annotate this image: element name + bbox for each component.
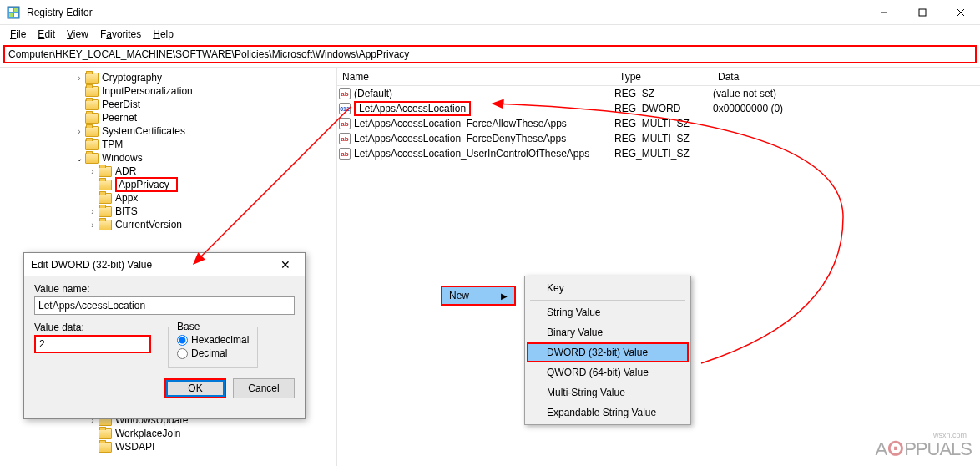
tree-item[interactable]: AppPrivacy: [0, 178, 336, 191]
close-button[interactable]: [942, 0, 980, 25]
tree-item-label: Peernet: [102, 112, 137, 124]
titlebar: Registry Editor: [0, 0, 980, 25]
tree-item[interactable]: ⌄Windows: [0, 151, 336, 165]
radio-hex-input[interactable]: [177, 335, 188, 346]
tree-item-label: InputPersonalization: [102, 85, 193, 97]
value-data-input[interactable]: [34, 335, 151, 353]
tree-item[interactable]: ›Cryptography: [0, 71, 336, 84]
dialog-close-button[interactable]: ✕: [273, 258, 298, 271]
menu-item[interactable]: Expandable String Value: [527, 403, 689, 423]
value-name-input[interactable]: [34, 296, 295, 315]
tree-item-label: Cryptography: [102, 72, 162, 84]
menu-item[interactable]: QWORD (64-bit) Value: [527, 362, 689, 382]
tree-item-label: WSDAPI: [115, 441, 154, 453]
tree-item-label: TPM: [102, 139, 123, 150]
dialog-title-text: Edit DWORD (32-bit) Value: [31, 259, 273, 271]
menu-item[interactable]: DWORD (32-bit) Value: [527, 342, 689, 362]
folder-icon: [85, 99, 99, 110]
svg-rect-2: [14, 8, 18, 12]
base-group: Base Hexadecimal Decimal: [168, 327, 258, 368]
expand-icon[interactable]: ›: [87, 220, 99, 230]
folder-icon: [85, 139, 99, 150]
radio-hex[interactable]: Hexadecimal: [177, 334, 249, 346]
value-name: LetAppsAccessLocation_ForceDenyTheseApps: [354, 133, 566, 144]
menu-view[interactable]: View: [62, 27, 93, 42]
tree-item[interactable]: WorkplaceJoin: [0, 427, 336, 440]
menubar: File Edit View Favorites Help: [0, 25, 980, 43]
expand-icon[interactable]: ›: [87, 207, 99, 216]
menu-item[interactable]: String Value: [527, 302, 689, 322]
col-header-type[interactable]: Type: [614, 71, 713, 83]
menu-file[interactable]: File: [5, 27, 31, 42]
menu-item[interactable]: Multi-String Value: [527, 382, 689, 403]
tree-item[interactable]: Peernet: [0, 111, 336, 124]
value-name: LetAppsAccessLocation_UserInControlOfThe…: [354, 148, 589, 160]
minimize-button[interactable]: [865, 0, 903, 25]
value-data: (value not set): [713, 88, 980, 99]
folder-icon: [99, 428, 112, 439]
expand-icon[interactable]: ›: [87, 167, 99, 176]
tree-item[interactable]: ›SystemCertificates: [0, 124, 336, 138]
expand-icon[interactable]: ›: [73, 73, 85, 83]
radio-dec[interactable]: Decimal: [177, 347, 249, 359]
tree-item-label: WorkplaceJoin: [115, 428, 180, 439]
string-icon: ab: [339, 118, 351, 129]
folder-icon: [85, 153, 99, 164]
tree-item[interactable]: ›CurrentVersion: [0, 218, 336, 231]
base-legend: Base: [174, 321, 203, 332]
dialog-titlebar[interactable]: Edit DWORD (32-bit) Value ✕: [24, 253, 305, 276]
regedit-icon: [7, 6, 20, 19]
radio-dec-input[interactable]: [177, 348, 188, 359]
watermark: A⊙PPUALS: [875, 435, 972, 461]
menu-item[interactable]: Key: [527, 278, 689, 298]
tree-item[interactable]: WSDAPI: [0, 440, 336, 453]
tree-item[interactable]: ›ADR: [0, 165, 336, 178]
col-header-data[interactable]: Data: [713, 71, 980, 83]
value-data-label: Value data:: [34, 322, 151, 333]
value-row[interactable]: abLetAppsAccessLocation_ForceAllowTheseA…: [337, 116, 980, 131]
maximize-button[interactable]: [903, 0, 942, 25]
value-row[interactable]: ab(Default)REG_SZ(value not set): [337, 86, 980, 101]
svg-rect-6: [919, 9, 926, 16]
menu-help[interactable]: Help: [148, 27, 179, 42]
tree-item[interactable]: Appx: [0, 191, 336, 205]
value-row[interactable]: 011LetAppsAccessLocationREG_DWORD0x00000…: [337, 101, 980, 116]
ok-button[interactable]: OK: [164, 378, 226, 398]
folder-icon: [99, 220, 112, 230]
col-header-name[interactable]: Name: [337, 71, 614, 83]
tree-item-label: AppPrivacy: [115, 177, 178, 192]
tree-item-label: PeerDist: [102, 99, 140, 110]
svg-rect-4: [14, 13, 18, 17]
svg-rect-3: [9, 13, 13, 17]
tree-item-label: BITS: [115, 205, 138, 217]
string-icon: ab: [339, 148, 351, 160]
menu-edit[interactable]: Edit: [33, 27, 60, 42]
tree-item-label: Windows: [102, 152, 143, 164]
new-submenu: KeyString ValueBinary ValueDWORD (32-bit…: [524, 276, 691, 425]
expand-icon[interactable]: ›: [73, 127, 85, 136]
folder-icon: [99, 193, 112, 204]
tree-item[interactable]: TPM: [0, 138, 336, 151]
folder-icon: [85, 86, 99, 97]
folder-icon: [99, 180, 112, 190]
menu-favorites[interactable]: Favorites: [95, 27, 146, 42]
folder-icon: [85, 126, 99, 137]
menu-item[interactable]: Binary Value: [527, 322, 689, 342]
folder-icon: [99, 206, 112, 217]
context-new-item[interactable]: New ▶: [441, 286, 516, 306]
tree-item[interactable]: PeerDist: [0, 98, 336, 111]
value-row[interactable]: abLetAppsAccessLocation_UserInControlOfT…: [337, 146, 980, 161]
tree-item-label: Appx: [115, 192, 138, 204]
tree-item[interactable]: InputPersonalization: [0, 84, 336, 98]
value-name: LetAppsAccessLocation_ForceAllowTheseApp…: [354, 118, 567, 129]
cancel-button[interactable]: Cancel: [233, 378, 295, 398]
expand-icon[interactable]: ⌄: [73, 154, 85, 163]
value-type: REG_MULTI_SZ: [614, 118, 713, 129]
value-type: REG_SZ: [614, 88, 713, 99]
string-icon: ab: [339, 88, 351, 99]
tree-item[interactable]: ›BITS: [0, 205, 336, 218]
address-bar[interactable]: Computer\HKEY_LOCAL_MACHINE\SOFTWARE\Pol…: [3, 45, 977, 63]
value-type: REG_DWORD: [614, 103, 713, 114]
value-row[interactable]: abLetAppsAccessLocation_ForceDenyTheseAp…: [337, 131, 980, 146]
value-type: REG_MULTI_SZ: [614, 148, 713, 160]
